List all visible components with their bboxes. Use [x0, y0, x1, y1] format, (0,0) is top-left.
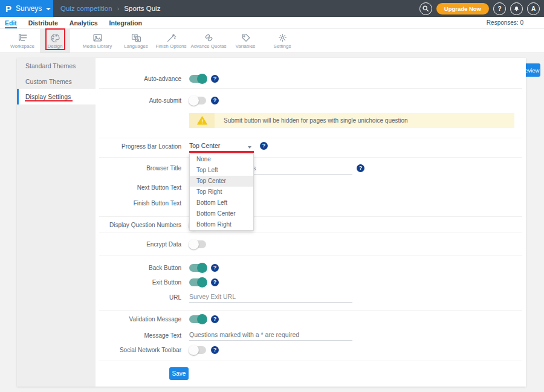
section-divider — [99, 255, 522, 255]
dropdown-option-top-left[interactable]: Top Left — [190, 165, 253, 176]
notifications-button[interactable] — [510, 2, 523, 15]
validation-message-label: Validation Message — [96, 315, 181, 324]
warning-triangle-icon — [197, 116, 207, 125]
surveys-product-menu[interactable]: P Surveys — [0, 0, 53, 17]
browser-title-help-icon[interactable]: ? — [357, 164, 364, 172]
validation-message-toggle[interactable] — [189, 315, 206, 323]
finish-button-text-label: Finish Button Text — [96, 199, 181, 208]
progress-bar-location-select[interactable]: Top Center — [189, 142, 254, 149]
tab-integration[interactable]: Integration — [109, 18, 142, 28]
tab-distribute[interactable]: Distribute — [28, 18, 58, 28]
breadcrumb: Quiz competition › Sports Quiz — [60, 0, 160, 17]
section-divider — [99, 310, 522, 311]
questionpro-app: P Surveys Quiz competition › Sports Quiz… — [0, 0, 544, 392]
section-divider — [99, 138, 522, 138]
auto-advance-toggle[interactable] — [189, 75, 206, 83]
design-palette-icon — [50, 33, 60, 42]
settings-gear-icon — [277, 33, 288, 42]
variables-tag-icon — [241, 33, 251, 42]
top-bar: P Surveys Quiz competition › Sports Quiz… — [0, 0, 544, 17]
exit-button-toggle[interactable] — [189, 278, 206, 286]
toolbar-item-media-library[interactable]: Media Library — [79, 29, 115, 53]
sidebar-item-custom-themes[interactable]: Custom Themes — [17, 74, 96, 89]
encrypt-data-toggle[interactable] — [189, 240, 206, 248]
search-button[interactable] — [419, 2, 432, 15]
dropdown-option-bottom-right[interactable]: Bottom Right — [190, 219, 253, 230]
exit-button-help-icon[interactable]: ? — [211, 278, 219, 286]
warning-text: Submit button will be hidden for pages w… — [215, 117, 408, 124]
progress-bar-help-icon[interactable]: ? — [260, 142, 268, 150]
back-button-label: Back Button — [96, 263, 181, 273]
design-sidebar: Standard Themes Custom Themes Display Se… — [17, 58, 96, 387]
breadcrumb-parent[interactable]: Quiz competition — [60, 5, 112, 12]
social-network-toolbar-label: Social Network Toolbar — [96, 345, 181, 355]
breadcrumb-current: Sports Quiz — [124, 5, 160, 12]
browser-title-label: Browser Title — [96, 164, 181, 173]
advance-quotas-chain-icon — [204, 33, 214, 42]
auto-submit-warning: Submit button will be hidden for pages w… — [189, 113, 514, 128]
media-library-icon — [92, 33, 103, 42]
dropdown-option-top-center[interactable]: Top Center — [190, 176, 253, 187]
next-button-text-label: Next Button Text — [96, 183, 181, 193]
section-divider — [99, 88, 522, 89]
toolbar-item-variables[interactable]: Variables — [227, 29, 264, 53]
tab-analytics[interactable]: Analytics — [70, 18, 98, 28]
exit-url-label: URL — [96, 293, 181, 303]
responses-count[interactable]: Responses: 0 — [487, 19, 523, 26]
display-settings-panel: Auto-advance ? Auto-submit ? Submit butt… — [96, 58, 526, 387]
auto-advance-help-icon[interactable]: ? — [211, 75, 219, 83]
progress-bar-location-label: Progress Bar Location — [96, 142, 181, 152]
save-button[interactable]: Save — [169, 367, 189, 380]
auto-submit-label: Auto-submit — [96, 96, 181, 106]
progress-bar-location-dropdown: None Top Left Top Center Top Right Botto… — [189, 153, 254, 231]
chevron-down-icon — [46, 8, 51, 10]
finish-options-wand-icon — [166, 33, 176, 42]
section-divider — [99, 361, 522, 361]
design-settings-card: Standard Themes Custom Themes Display Se… — [17, 58, 526, 387]
message-text-input[interactable] — [189, 329, 352, 341]
dropdown-option-top-right[interactable]: Top Right — [190, 187, 253, 198]
dropdown-option-bottom-center[interactable]: Bottom Center — [190, 208, 253, 219]
validation-message-help-icon[interactable]: ? — [211, 315, 219, 323]
tab-edit[interactable]: Edit — [5, 18, 17, 28]
exit-url-input[interactable] — [189, 291, 352, 303]
auto-submit-toggle[interactable] — [189, 97, 206, 104]
dropdown-option-bottom-left[interactable]: Bottom Left — [190, 198, 253, 208]
toolbar-item-settings[interactable]: Settings — [264, 29, 300, 53]
message-text-label: Message Text — [96, 331, 181, 341]
toolbar-item-finish-options[interactable]: Finish Options — [153, 29, 189, 53]
breadcrumb-separator: › — [117, 5, 120, 12]
auto-advance-label: Auto-advance — [96, 74, 181, 84]
survey-nav: Edit Distribute Analytics Integration Re… — [0, 17, 544, 29]
bell-icon — [513, 5, 520, 12]
warning-icon-strip — [189, 113, 215, 128]
sidebar-item-standard-themes[interactable]: Standard Themes — [17, 58, 96, 74]
social-network-toolbar-help-icon[interactable]: ? — [211, 346, 219, 354]
auto-submit-help-icon[interactable]: ? — [211, 97, 219, 104]
back-button-help-icon[interactable]: ? — [211, 264, 219, 272]
section-divider — [99, 157, 522, 158]
product-label: Surveys — [16, 4, 42, 13]
section-divider — [99, 233, 522, 233]
encrypt-data-label: Encrypt Data — [96, 240, 181, 249]
toolbar-item-languages[interactable]: Languages — [118, 29, 154, 53]
sidebar-item-display-settings[interactable]: Display Settings — [17, 89, 96, 104]
select-caret-icon — [248, 146, 251, 149]
questionpro-logo: P — [5, 4, 11, 14]
toolbar-item-workspace[interactable]: Workspace — [4, 29, 40, 53]
account-avatar[interactable]: A — [527, 2, 540, 15]
toolbar-item-design[interactable]: Design — [40, 29, 70, 53]
display-question-numbers-label: Display Question Numbers — [96, 220, 181, 230]
toolbar-item-advance-quotas[interactable]: Advance Quotas — [190, 29, 227, 53]
workspace-icon — [18, 33, 28, 42]
back-button-toggle[interactable] — [189, 264, 206, 272]
topbar-actions: Upgrade Now ? A — [419, 0, 540, 17]
upgrade-now-button[interactable]: Upgrade Now — [436, 3, 489, 14]
red-annotation-underline-select — [189, 151, 254, 153]
edit-toolbar: Workspace Design Media Library Languages… — [0, 29, 544, 53]
exit-button-label: Exit Button — [96, 278, 181, 288]
help-button[interactable]: ? — [493, 2, 506, 15]
social-network-toolbar-toggle[interactable] — [189, 346, 206, 354]
section-divider — [99, 216, 522, 217]
dropdown-option-none[interactable]: None — [190, 154, 253, 165]
